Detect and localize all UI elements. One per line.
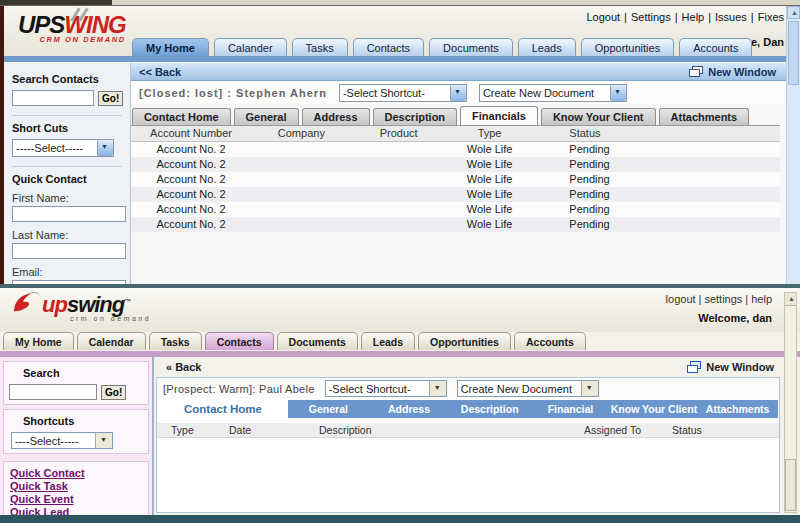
teal-bottom-bar [0,515,800,523]
table-row[interactable]: Account No. 2Wole LifePending [131,202,780,217]
subtab-contact-home[interactable]: Contact Home [158,400,288,418]
back-link[interactable]: << Back [139,66,181,78]
scrollbar-thumb[interactable] [785,459,796,511]
bottom-main-tabs: My Home Calendar Tasks Contacts Document… [3,332,586,350]
scroll-up-arrow-icon[interactable] [785,293,796,306]
trademark-symbol: ™ [124,298,130,305]
new-window-icon [689,66,703,77]
scrollbar-thumb[interactable] [788,21,799,85]
subtab-general[interactable]: General [234,108,299,125]
fixes-link[interactable]: Fixes [758,11,784,23]
subtab-know-your-client[interactable]: Know Your Client [611,400,698,418]
help-link[interactable]: help [751,293,772,305]
subtab-financials[interactable]: Financials [460,106,538,125]
table-cell: Wole Life [446,142,534,157]
table-cell: Account No. 2 [131,202,251,217]
subtab-financial[interactable]: Financial [530,400,611,418]
select-shortcut-dropdown[interactable]: -Select Shortcut- [339,84,467,102]
subtab-know-your-client[interactable]: Know Your Client [541,108,656,125]
link-separator: | [751,11,754,23]
tab-documents[interactable]: Documents [429,38,513,56]
tab-opportunities[interactable]: Opportunities [418,332,511,350]
settings-link[interactable]: Settings [631,11,671,23]
shortcuts-select[interactable]: ----Select----- [11,432,113,449]
tab-documents[interactable]: Documents [277,332,358,350]
subtab-address[interactable]: Address [302,108,370,125]
tab-my-home[interactable]: My Home [132,38,209,56]
last-name-field[interactable] [12,243,126,259]
chevron-down-icon[interactable] [450,85,466,101]
table-cell [251,157,352,172]
top-scrollbar[interactable] [786,6,800,284]
chevron-down-icon[interactable] [95,433,112,448]
subtab-address[interactable]: Address [369,400,450,418]
top-window: UPSWING CRM ON DEMAND Logout|Settings|He… [0,0,800,284]
bottom-sidebar: Search Go! Shortcuts ----Select----- Qui… [0,357,154,515]
logout-link[interactable]: Logout [586,11,620,23]
create-new-document-dropdown[interactable]: Create New Document [479,84,627,102]
new-window-control[interactable]: New Window [689,66,776,78]
subtab-attachments[interactable]: Attachments [659,108,750,125]
subtab-attachments[interactable]: Attachments [697,400,778,418]
help-link[interactable]: Help [682,11,705,23]
table-cell: Pending [533,217,780,232]
subtab-description[interactable]: Description [373,108,458,125]
table-row[interactable]: Account No. 2Wole LifePending [131,157,780,172]
chevron-down-icon[interactable] [429,381,446,396]
tab-leads[interactable]: Leads [518,38,576,56]
quick-task-link[interactable]: Quick Task [10,480,142,493]
logout-link[interactable]: logout [666,293,696,305]
scroll-up-arrow-icon[interactable] [787,6,800,19]
tab-calendar[interactable]: Calendar [77,332,146,350]
column-header-assigned-to: Assigned To [584,423,672,437]
logo-text: upswing™ [42,292,130,317]
quick-contact-link[interactable]: Quick Contact [10,467,142,480]
tab-opportunities[interactable]: Opportunities [581,38,674,56]
table-row[interactable]: Account No. 2Wole LifePending [131,217,780,232]
logo-text-left: UPS [18,11,64,38]
search-input[interactable] [9,384,97,400]
tab-tasks[interactable]: Tasks [292,38,348,56]
contact-content-box: [Prospect: Warm]: Paul Abele -Select Sho… [156,377,780,513]
tab-accounts[interactable]: Accounts [679,38,752,56]
table-row[interactable]: Account No. 2Wole LifePending [131,187,780,202]
table-cell: Account No. 2 [131,187,251,202]
table-cell: Account No. 2 [131,217,251,232]
search-contacts-input[interactable] [12,90,94,106]
table-row[interactable]: Account No. 2Wole LifePending [131,142,780,157]
column-header-date: Date [229,423,319,437]
new-window-icon [687,361,701,373]
tab-accounts[interactable]: Accounts [514,332,586,350]
search-go-button[interactable]: Go! [98,91,123,106]
tab-contacts[interactable]: Contacts [205,332,274,350]
tab-contacts[interactable]: Contacts [353,38,424,56]
shortcuts-title: Shortcuts [23,415,143,427]
table-row[interactable]: Account No. 2Wole LifePending [131,172,780,187]
table-cell [352,172,446,187]
new-window-label: New Window [706,361,774,373]
create-new-document-value: Create New Document [480,87,610,99]
bottom-scrollbar[interactable] [784,292,797,513]
chevron-down-icon[interactable] [610,85,626,101]
chevron-down-icon[interactable] [97,140,113,156]
tab-calander[interactable]: Calander [214,38,287,56]
subtab-general[interactable]: General [288,400,369,418]
first-name-field[interactable] [12,206,126,222]
search-go-button[interactable]: Go! [101,385,126,400]
back-link[interactable]: « Back [166,361,201,373]
select-shortcut-dropdown[interactable]: -Select Shortcut- [325,380,447,397]
issues-link[interactable]: Issues [715,11,747,23]
tab-leads[interactable]: Leads [361,332,415,350]
table-cell: Account No. 2 [131,157,251,172]
quick-event-link[interactable]: Quick Event [10,493,142,506]
settings-link[interactable]: settings [704,293,742,305]
subtab-description[interactable]: Description [449,400,530,418]
bottom-body: Search Go! Shortcuts ----Select----- Qui… [0,357,800,515]
tab-my-home[interactable]: My Home [3,332,74,350]
new-window-control[interactable]: New Window [687,361,774,373]
chevron-down-icon[interactable] [581,381,598,396]
create-new-document-dropdown[interactable]: Create New Document [457,380,599,397]
shortcuts-select[interactable]: -----Select----- [12,139,114,157]
tab-tasks[interactable]: Tasks [149,332,202,350]
subtab-contact-home[interactable]: Contact Home [132,108,231,125]
